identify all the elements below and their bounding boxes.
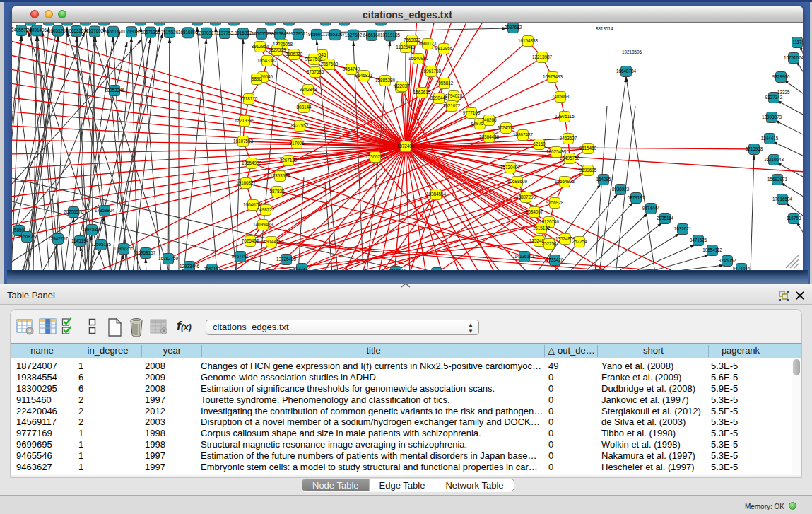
svg-text:8186328: 8186328: [286, 52, 303, 57]
svg-text:12353594: 12353594: [270, 173, 290, 178]
svg-text:3215958: 3215958: [746, 146, 763, 151]
svg-text:116753: 116753: [787, 216, 801, 221]
svg-text:16782759: 16782759: [158, 256, 179, 261]
svg-text:10973493: 10973493: [543, 74, 563, 79]
svg-text:9474444: 9474444: [642, 206, 660, 211]
svg-text:1244415: 1244415: [761, 136, 779, 141]
svg-text:16648784: 16648784: [616, 69, 637, 74]
svg-text:17359924: 17359924: [95, 208, 115, 213]
svg-text:9912956: 9912956: [435, 46, 453, 51]
svg-text:322037: 322037: [394, 83, 410, 88]
svg-text:12975115: 12975115: [555, 114, 575, 119]
svg-text:7515526: 7515526: [161, 30, 179, 35]
svg-text:14099489: 14099489: [253, 222, 273, 227]
svg-text:8012334: 8012334: [293, 266, 311, 270]
svg-text:9242848: 9242848: [300, 87, 317, 92]
svg-text:19975887: 19975887: [82, 227, 102, 232]
svg-text:9777169: 9777169: [463, 110, 481, 115]
svg-text:1145194: 1145194: [71, 238, 89, 243]
svg-text:8471626: 8471626: [690, 238, 707, 243]
svg-text:7955812: 7955812: [436, 81, 454, 86]
svg-text:9457791: 9457791: [232, 254, 249, 259]
svg-text:8660123: 8660123: [419, 41, 437, 46]
svg-text:3267130: 3267130: [280, 158, 298, 163]
svg-text:746266: 746266: [481, 117, 497, 122]
svg-text:10719185: 10719185: [380, 33, 401, 37]
svg-text:2867608: 2867608: [321, 62, 339, 66]
svg-text:10688609: 10688609: [507, 179, 528, 184]
svg-text:11279521: 11279521: [288, 31, 308, 36]
svg-text:9327508: 9327508: [305, 57, 323, 62]
svg-text:15885280: 15885280: [375, 78, 396, 83]
svg-text:8813014: 8813014: [596, 26, 613, 31]
svg-text:16961758: 16961758: [421, 69, 442, 74]
svg-text:9474444: 9474444: [733, 266, 751, 270]
svg-text:9227342: 9227342: [765, 95, 783, 100]
svg-text:3624554: 3624554: [498, 125, 515, 130]
svg-text:1621072: 1621072: [443, 103, 461, 108]
svg-text:17957255: 17957255: [114, 246, 134, 251]
svg-text:8454749: 8454749: [343, 66, 360, 71]
svg-text:1615132: 1615132: [533, 226, 551, 230]
svg-text:12213987: 12213987: [532, 54, 553, 59]
svg-text:252254: 252254: [541, 241, 557, 246]
svg-text:16154838: 16154838: [518, 38, 539, 43]
svg-text:12505135: 12505135: [91, 242, 112, 247]
svg-text:12942757: 12942757: [48, 236, 69, 241]
svg-text:16053267: 16053267: [48, 28, 69, 33]
svg-text:164095: 164095: [596, 177, 611, 182]
svg-text:12093873: 12093873: [762, 115, 782, 119]
svg-text:10671355: 10671355: [141, 30, 161, 35]
svg-text:9262117: 9262117: [204, 267, 221, 270]
svg-text:15300273: 15300273: [365, 154, 386, 159]
svg-text:20206576: 20206576: [64, 209, 84, 214]
svg-text:1733426: 1733426: [546, 257, 564, 262]
svg-text:20053346: 20053346: [105, 88, 125, 93]
svg-text:10565523: 10565523: [252, 31, 272, 36]
svg-text:9115460: 9115460: [579, 146, 597, 151]
svg-text:10653267: 10653267: [66, 28, 87, 33]
svg-text:12923446: 12923446: [180, 264, 200, 269]
svg-text:9329966: 9329966: [772, 74, 790, 79]
svg-text:12213389: 12213389: [235, 118, 255, 123]
svg-text:7625402: 7625402: [242, 238, 259, 243]
svg-text:16210643: 16210643: [764, 157, 784, 162]
svg-text:19166827: 19166827: [236, 180, 257, 185]
svg-text:10713140: 10713140: [386, 269, 406, 270]
svg-text:2718170: 2718170: [240, 96, 258, 101]
svg-text:9827503: 9827503: [269, 47, 286, 52]
svg-text:6466160: 6466160: [105, 29, 122, 34]
svg-text:8912954: 8912954: [252, 44, 269, 49]
svg-text:9463627: 9463627: [560, 136, 577, 141]
svg-text:16495758: 16495758: [560, 156, 580, 160]
svg-text:10719185: 10719185: [122, 29, 142, 34]
svg-text:20091406: 20091406: [27, 28, 47, 33]
svg-text:10025433: 10025433: [546, 149, 567, 154]
svg-text:9756928: 9756928: [546, 200, 564, 205]
svg-text:8938923: 8938923: [612, 187, 630, 192]
svg-text:19384554: 19384554: [426, 192, 447, 197]
svg-text:12970317: 12970317: [196, 30, 217, 35]
svg-text:917006: 917006: [289, 141, 305, 146]
svg-text:13325: 13325: [777, 90, 790, 95]
svg-text:15751074: 15751074: [784, 55, 803, 60]
svg-text:9146821: 9146821: [355, 73, 373, 78]
svg-text:9084067: 9084067: [526, 209, 543, 214]
svg-text:10958157: 10958157: [136, 250, 156, 255]
svg-text:9886011: 9886011: [308, 32, 326, 37]
svg-text:803144: 803144: [296, 105, 312, 110]
svg-text:1562615: 1562615: [413, 90, 431, 95]
svg-text:9915387: 9915387: [235, 30, 252, 35]
svg-text:1117: 1117: [792, 40, 802, 45]
svg-text:10807487: 10807487: [513, 132, 534, 137]
svg-text:19654983: 19654983: [242, 160, 262, 165]
svg-text:15692971: 15692971: [767, 177, 788, 182]
svg-text:6879197: 6879197: [628, 195, 645, 200]
svg-text:15720407: 15720407: [500, 165, 521, 170]
svg-text:1527602: 1527602: [345, 33, 363, 37]
svg-text:7485063: 7485063: [552, 94, 570, 99]
svg-text:9245052: 9245052: [719, 258, 736, 263]
svg-text:19218506: 19218506: [622, 49, 642, 54]
svg-text:17016504: 17016504: [772, 197, 793, 201]
svg-text:14136141: 14136141: [514, 254, 535, 259]
